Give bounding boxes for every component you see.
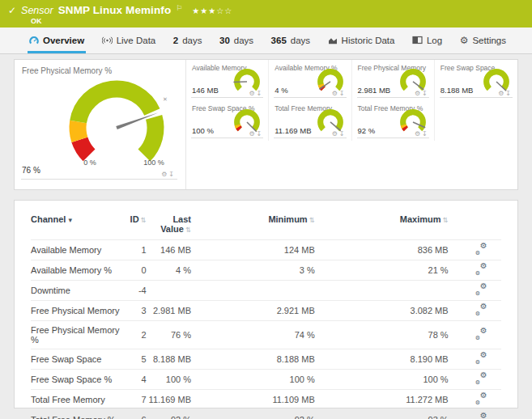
channel-settings-icon[interactable]: ⚙⚙ [475,305,487,315]
channel-gear-icon[interactable]: ⚙ [249,130,256,138]
tab-label: days [234,36,253,45]
tab-historic-data[interactable]: Historic Data [326,28,397,53]
channel-minimum: 11.109 MB [191,390,315,410]
channel-gear-icon[interactable]: ⚙ [415,90,422,97]
tab-log[interactable]: Log [411,28,444,53]
tab-live-data[interactable]: Live Data [100,28,158,53]
channel-table-body: Available Memory 1 146 MB 124 MB 836 MB … [31,240,501,419]
channel-name: Free Swap Space % [31,370,121,390]
mini-gauge-value: 4 % [275,86,287,95]
column-header-channel[interactable]: Channel▾ [31,212,121,240]
flag-icon[interactable]: ⚐ [176,4,182,12]
channel-gear-icon[interactable]: ⚙ [161,171,168,178]
gauge-segment-red [79,140,89,155]
table-row: Free Swap Space 5 8.188 MB 8.188 MB 8.19… [31,349,501,370]
mini-gauge-tile: Free Physical Memory 2.981 MB ⚙↧ [352,60,435,100]
channel-settings-icon[interactable]: ⚙⚙ [475,353,487,363]
channel-actions-cell: ⚙⚙ [449,260,501,281]
channel-maximum: 78 % [315,321,449,349]
channel-gear-icon[interactable]: ⚙ [332,90,339,97]
channel-actions-cell: ⚙⚙ [449,301,501,321]
sort-icon: ⇅ [309,216,315,224]
channel-minimum: 74 % [191,321,315,349]
download-icon[interactable]: ↧ [168,171,176,178]
channel-id: 1 [121,240,147,260]
channel-gear-icon[interactable]: ⚙ [415,130,422,138]
download-icon[interactable]: ↧ [339,130,347,138]
channel-gear-icon[interactable]: ⚙ [332,130,339,138]
chart-icon [328,36,338,45]
tile-actions: ⚙↧ [332,90,347,97]
channel-id: 6 [121,410,147,419]
divider [357,97,429,98]
download-icon[interactable]: ↧ [505,90,513,97]
download-icon[interactable]: ↧ [257,130,264,138]
gauge-segment-yellow [78,121,79,139]
tab-30-days[interactable]: 30 days [218,28,255,53]
priority-stars[interactable]: ★★★☆☆ [192,6,232,15]
tab-overview[interactable]: Overview [28,28,86,53]
mini-gauge-tile: Total Free Memory 11.169 MB ⚙↧ [269,100,351,141]
table-row: Available Memory % 0 4 % 3 % 21 % ⚙⚙ [31,260,501,281]
channel-minimum: 92 % [191,410,315,419]
divider [274,97,346,98]
mini-gauge-value: 11.169 MB [275,126,311,135]
divider [191,138,263,138]
channel-last-value: 146 MB [147,240,191,260]
column-header-minimum[interactable]: Minimum⇅ [191,212,315,240]
channel-settings-icon[interactable]: ⚙⚙ [475,394,487,404]
table-row: Downtime -4 ⚙⚙ [31,281,501,301]
column-header-id[interactable]: ID⇅ [121,212,147,240]
download-icon[interactable]: ↧ [422,90,429,97]
channel-last-value [147,281,191,301]
channel-settings-icon[interactable]: ⚙⚙ [475,329,487,339]
download-icon[interactable]: ↧ [422,130,429,138]
download-icon[interactable]: ↧ [339,90,347,97]
gauge-needle [234,82,248,83]
column-header-maximum[interactable]: Maximum⇅ [315,212,449,240]
table-header-row: Channel▾ ID⇅ Last Value⇅ Minimum⇅ Maximu… [31,212,501,240]
main-gauge-tile: Free Physical Memory % ✕ 0 % 100 % 76 % … [15,60,186,189]
channel-settings-icon[interactable]: ⚙⚙ [475,414,487,419]
channel-settings-icon[interactable]: ⚙⚙ [475,244,487,254]
channel-minimum: 3 % [191,260,315,281]
gauge-segment-yellow [321,85,321,87]
channel-maximum: 21 % [315,260,449,281]
channel-settings-icon[interactable]: ⚙⚙ [475,285,487,294]
mini-gauge-value: 100 % [192,126,214,135]
tab-settings[interactable]: ⚙ Settings [458,28,508,53]
download-icon[interactable]: ↧ [257,90,264,97]
tab-365-days[interactable]: 365 days [270,28,312,53]
column-header-last-value[interactable]: Last Value⇅ [147,212,191,240]
sort-desc-icon: ▾ [68,216,72,224]
channel-id: -4 [121,281,147,301]
channel-maximum: 3.082 MB [315,301,449,321]
channel-maximum: 836 MB [315,240,449,260]
channel-name: Available Memory [31,240,121,260]
gauge-scale-min: 0 % [78,159,102,167]
channel-id: 7 [121,390,147,410]
channel-settings-icon[interactable]: ⚙⚙ [475,265,487,274]
channel-actions-cell: ⚙⚙ [449,390,501,410]
tab-2-days[interactable]: 2 days [172,28,204,53]
tile-actions: ⚙↧ [498,90,513,97]
tab-label: Historic Data [342,36,395,45]
channel-gear-icon[interactable]: ⚙ [249,90,256,97]
channel-last-value: 8.188 MB [147,349,191,370]
sort-icon: ⇅ [185,226,191,234]
tab-label: days [182,36,202,45]
sensor-header: ✓ Sensor SNMP Linux Meminfo ⚐ ★★★☆☆ OK [0,0,532,28]
channel-last-value: 11.169 MB [147,390,191,410]
tile-actions: ⚙↧ [415,130,429,138]
tab-label: days [291,36,310,45]
divider [191,97,263,98]
divider [440,97,513,98]
channel-maximum: 93 % [315,410,449,419]
channel-name: Downtime [31,281,121,301]
mini-gauge-tile: Free Swap Space % 100 % ⚙↧ [186,100,269,141]
table-row: Total Free Memory 7 11.169 MB 11.109 MB … [31,390,501,410]
tab-bar: Overview Live Data 2 days 30 days 365 da… [0,28,532,54]
channel-settings-icon[interactable]: ⚙⚙ [475,374,487,383]
channel-name: Available Memory % [31,260,121,281]
channel-gear-icon[interactable]: ⚙ [498,90,505,97]
